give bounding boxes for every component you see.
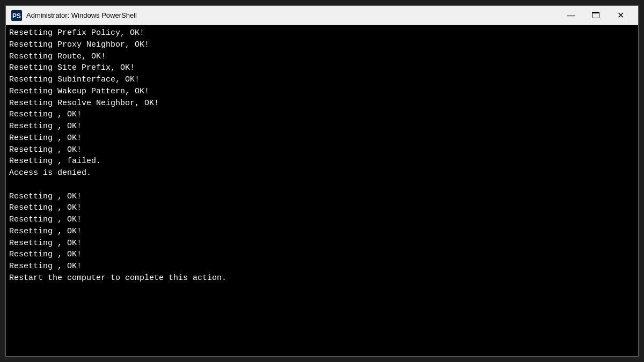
terminal-text: Resetting Prefix Policy, OK! Resetting P… xyxy=(9,27,635,284)
terminal-output: Resetting Prefix Policy, OK! Resetting P… xyxy=(6,25,638,356)
minimize-button[interactable]: — xyxy=(559,6,583,25)
maximize-button[interactable]: 🗖 xyxy=(583,6,608,25)
window-controls: — 🗖 ✕ xyxy=(559,6,633,25)
svg-text:PS: PS xyxy=(12,12,21,20)
window-title: Administrator: Windows PowerShell xyxy=(26,11,559,19)
powershell-icon: PS xyxy=(11,10,22,21)
close-button[interactable]: ✕ xyxy=(608,6,633,25)
powershell-window: PS Administrator: Windows PowerShell — 🗖… xyxy=(5,5,639,357)
titlebar: PS Administrator: Windows PowerShell — 🗖… xyxy=(6,6,638,25)
